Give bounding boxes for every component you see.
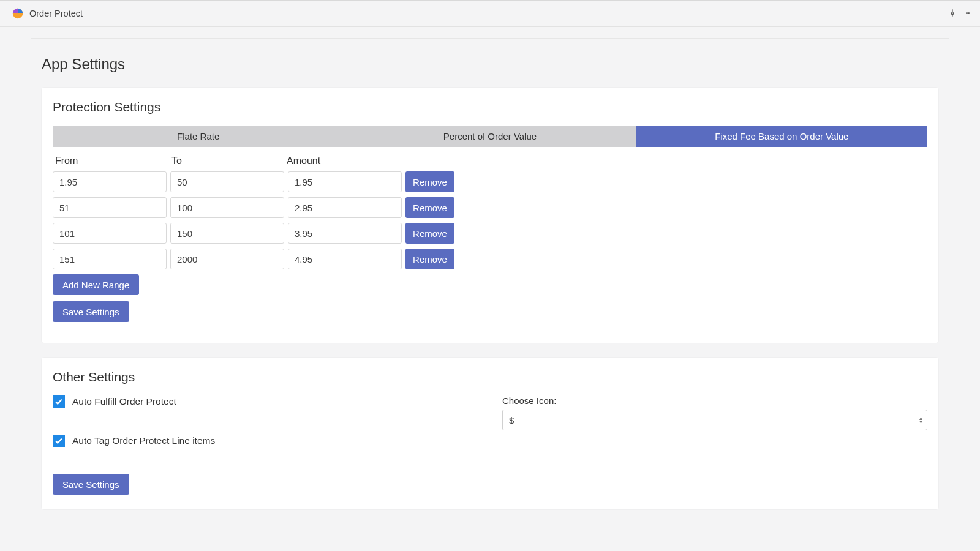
add-range-button[interactable]: Add New Range xyxy=(53,274,139,295)
range-row: Remove xyxy=(53,249,927,269)
remove-button[interactable]: Remove xyxy=(405,171,454,192)
app-logo-icon xyxy=(12,8,23,19)
auto-fulfill-checkbox[interactable] xyxy=(53,395,65,408)
amount-input[interactable] xyxy=(288,249,402,269)
page-title: App Settings xyxy=(42,56,949,73)
other-settings-card: Other Settings Auto Fulfill Order Protec… xyxy=(42,358,938,509)
app-title: Order Protect xyxy=(29,9,83,18)
to-input[interactable] xyxy=(170,249,284,269)
pricing-tabs: Flate Rate Percent of Order Value Fixed … xyxy=(53,126,927,147)
other-settings-title: Other Settings xyxy=(53,370,927,384)
remove-button[interactable]: Remove xyxy=(405,197,454,218)
remove-button[interactable]: Remove xyxy=(405,223,454,244)
from-input[interactable] xyxy=(53,223,167,244)
protection-settings-card: Protection Settings Flate Rate Percent o… xyxy=(42,88,938,343)
protection-settings-title: Protection Settings xyxy=(53,100,927,114)
to-input[interactable] xyxy=(170,171,284,192)
range-row: Remove xyxy=(53,171,927,192)
divider xyxy=(31,38,949,39)
icon-select[interactable]: $ xyxy=(502,410,927,430)
amount-input[interactable] xyxy=(288,171,402,192)
from-input[interactable] xyxy=(53,249,167,269)
col-header-amount: Amount xyxy=(284,156,401,167)
col-header-to: To xyxy=(169,156,284,167)
auto-tag-row: Auto Tag Order Protect Line items xyxy=(53,435,478,447)
main-content: App Settings Protection Settings Flate R… xyxy=(0,27,980,551)
from-input[interactable] xyxy=(53,197,167,218)
more-icon[interactable]: ·· xyxy=(965,7,969,20)
range-table-header: From To Amount xyxy=(53,156,927,171)
amount-input[interactable] xyxy=(288,223,402,244)
pin-icon[interactable] xyxy=(948,9,957,19)
to-input[interactable] xyxy=(170,223,284,244)
from-input[interactable] xyxy=(53,171,167,192)
auto-tag-checkbox[interactable] xyxy=(53,435,65,447)
auto-tag-label: Auto Tag Order Protect Line items xyxy=(72,435,215,446)
amount-input[interactable] xyxy=(288,197,402,218)
auto-fulfill-label: Auto Fulfill Order Protect xyxy=(72,396,176,407)
save-other-settings-button[interactable]: Save Settings xyxy=(53,474,129,495)
tab-fixed-fee[interactable]: Fixed Fee Based on Order Value xyxy=(636,126,927,147)
tab-flat-rate[interactable]: Flate Rate xyxy=(53,126,344,147)
auto-fulfill-row: Auto Fulfill Order Protect xyxy=(53,395,478,408)
choose-icon-label: Choose Icon: xyxy=(502,395,927,406)
to-input[interactable] xyxy=(170,197,284,218)
col-header-from: From xyxy=(53,156,169,167)
remove-button[interactable]: Remove xyxy=(405,249,454,269)
app-top-bar: Order Protect ·· xyxy=(0,0,980,27)
tab-percent[interactable]: Percent of Order Value xyxy=(344,126,636,147)
range-row: Remove xyxy=(53,197,927,218)
save-settings-button[interactable]: Save Settings xyxy=(53,301,129,322)
range-row: Remove xyxy=(53,223,927,244)
